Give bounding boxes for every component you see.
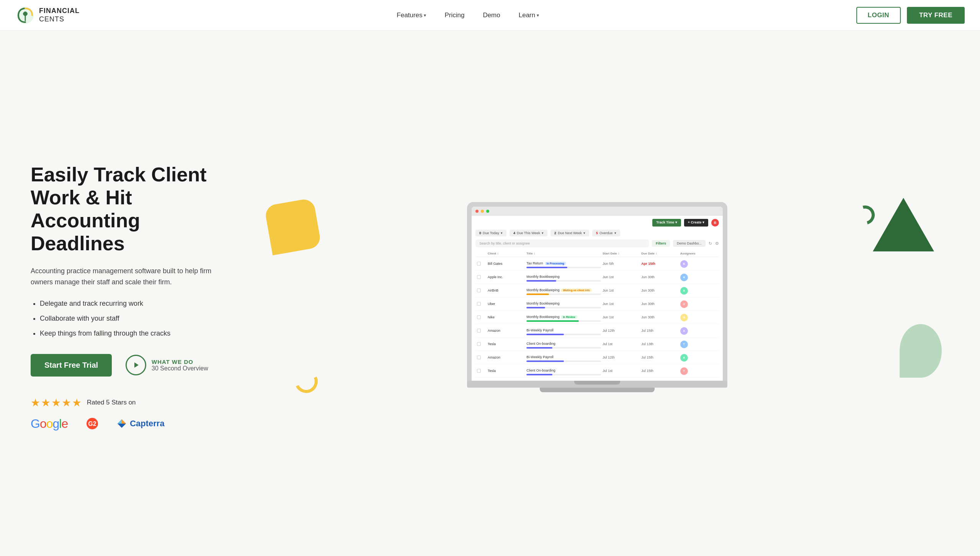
- capterra-icon: [117, 419, 127, 429]
- topbar-dot-green: [486, 210, 489, 213]
- dashboard-button[interactable]: Demo Dashbo...: [673, 240, 706, 247]
- row-due-date: Jul 13th: [641, 342, 678, 346]
- table-row[interactable]: Tesla Client On-boarding Jul 1st Jul 15t…: [475, 364, 719, 378]
- laptop-mockup: Track Time ▾ + Create ▾ B 0 Due Today ▾ …: [467, 202, 727, 392]
- table-row[interactable]: Apple Inc. Monthly Bookkeeping Jun 1st J…: [475, 271, 719, 284]
- laptop-foot: [540, 388, 655, 392]
- star-rating: ★★★★★: [31, 396, 82, 409]
- row-start-date: Jul 12th: [603, 329, 640, 333]
- try-free-button[interactable]: TRY FREE: [907, 7, 965, 24]
- logo-icon: [15, 5, 35, 25]
- create-button[interactable]: + Create ▾: [684, 219, 708, 227]
- deco-yellow-arc: [292, 367, 321, 396]
- bullet-2: Collaborate with your staff: [40, 313, 230, 324]
- row-start-date: Jun 1st: [603, 275, 640, 279]
- stat-due-week: 4 Due This Week ▾: [510, 230, 547, 236]
- table-row[interactable]: Amazon Bi-Weekly Payroll Jul 12th Jul 15…: [475, 324, 719, 338]
- row-checkbox[interactable]: [477, 342, 481, 346]
- login-button[interactable]: LOGIN: [856, 7, 901, 24]
- row-client: Amazon: [488, 329, 525, 333]
- laptop-notch: [574, 381, 620, 385]
- row-checkbox[interactable]: [477, 275, 481, 279]
- navbar: Financial Cents Features ▾ Pricing Demo …: [0, 0, 980, 31]
- play-button[interactable]: [126, 355, 146, 375]
- table-row[interactable]: AirBnB Monthly BookkeepingWaiting on cli…: [475, 284, 719, 297]
- row-checkbox[interactable]: [477, 355, 481, 359]
- table-rows: Bill Gates Tax ReturnIn Processing Jun 5…: [475, 257, 719, 378]
- row-checkbox[interactable]: [477, 262, 481, 266]
- capterra-logo: Capterra: [117, 419, 164, 429]
- row-start-date: Jun 5th: [603, 262, 640, 266]
- user-avatar: B: [711, 219, 719, 227]
- filter-button[interactable]: Filters: [652, 240, 670, 247]
- stats-row: 0 Due Today ▾ 4 Due This Week ▾ 2 Due Ne…: [475, 230, 719, 236]
- svg-marker-6: [118, 419, 122, 424]
- row-client: Uber: [488, 302, 525, 306]
- row-client: Tesla: [488, 369, 525, 373]
- row-title-cell: Tax ReturnIn Processing: [526, 259, 601, 268]
- hero-subtitle: Accounting practice management software …: [31, 266, 230, 288]
- row-checkbox[interactable]: [477, 329, 481, 333]
- row-start-date: Jun 1st: [603, 289, 640, 292]
- settings-icon[interactable]: ⚙: [715, 241, 719, 246]
- table-row[interactable]: Tesla Client On-boarding Jul 1st Jul 13t…: [475, 338, 719, 351]
- row-due-date: Jun 30th: [641, 289, 678, 292]
- row-title-cell: Bi-Weekly Payroll: [526, 353, 601, 362]
- row-start-date: Jun 1st: [603, 302, 640, 306]
- row-due-date: Jun 30th: [641, 302, 678, 306]
- stat-overdue: 5 Overdue ▾: [592, 230, 620, 236]
- row-due-date: Jun 30th: [641, 275, 678, 279]
- chevron-down-icon: ▾: [537, 13, 539, 18]
- logo[interactable]: Financial Cents: [15, 5, 80, 25]
- chevron-down-icon: ▾: [424, 13, 426, 18]
- row-start-date: Jul 12th: [603, 355, 640, 359]
- svg-text:G2: G2: [88, 421, 96, 427]
- row-client: AirBnB: [488, 289, 525, 292]
- row-assignee: U: [680, 300, 717, 308]
- row-assignee: T: [680, 367, 717, 375]
- row-due-date: Jul 15th: [641, 369, 678, 373]
- track-time-button[interactable]: Track Time ▾: [652, 219, 681, 227]
- nav-item-demo[interactable]: Demo: [483, 11, 500, 19]
- nav-links: Features ▾ Pricing Demo Learn ▾: [397, 11, 539, 19]
- row-title-cell: Monthly Bookkeeping: [526, 299, 601, 308]
- google-logo: Google: [31, 417, 68, 431]
- row-due-date: Jun 30th: [641, 315, 678, 319]
- deco-green-light-shape: [900, 324, 942, 378]
- refresh-icon[interactable]: ↻: [709, 241, 712, 246]
- review-logos-row: Google G2 Capterra: [31, 417, 230, 431]
- app-toolbar: Track Time ▾ + Create ▾ B: [475, 219, 719, 227]
- svg-marker-1: [134, 362, 139, 368]
- table-row[interactable]: Nike Monthly BookkeepingIn Review Jun 1s…: [475, 311, 719, 324]
- table-row[interactable]: Uber Monthly Bookkeeping Jun 1st Jun 30t…: [475, 297, 719, 311]
- row-assignee: A: [680, 286, 717, 295]
- video-cta-link[interactable]: WHAT WE DO 30 Second Overview: [126, 355, 208, 375]
- hero-bullets: Delegate and track recurring work Collab…: [31, 298, 230, 339]
- row-assignee: B: [680, 259, 717, 268]
- nav-item-features[interactable]: Features ▾: [397, 11, 426, 19]
- nav-item-learn[interactable]: Learn ▾: [519, 11, 539, 19]
- laptop-base: [467, 381, 727, 388]
- row-title-cell: Client On-boarding: [526, 366, 601, 375]
- row-checkbox[interactable]: [477, 369, 481, 373]
- start-free-trial-button[interactable]: Start Free Trial: [31, 354, 112, 377]
- row-start-date: Jul 1st: [603, 342, 640, 346]
- row-client: Bill Gates: [488, 262, 525, 266]
- hero-title: Easily Track Client Work & Hit Accountin…: [31, 163, 230, 255]
- g2-logo: G2: [86, 417, 98, 430]
- hero-section: Easily Track Client Work & Hit Accountin…: [0, 31, 980, 556]
- table-row[interactable]: Bill Gates Tax ReturnIn Processing Jun 5…: [475, 257, 719, 271]
- row-checkbox[interactable]: [477, 289, 481, 292]
- row-due-date: Apr 15th: [641, 262, 678, 266]
- row-title-cell: Monthly Bookkeeping: [526, 272, 601, 282]
- nav-item-pricing[interactable]: Pricing: [444, 11, 464, 19]
- row-title-cell: Monthly BookkeepingIn Review: [526, 313, 601, 322]
- row-start-date: Jul 1st: [603, 369, 640, 373]
- table-row[interactable]: Amazon Bi-Weekly Payroll Jul 12th Jul 15…: [475, 351, 719, 364]
- app-search-input[interactable]: Search by title, client or assignee: [475, 240, 649, 247]
- row-checkbox[interactable]: [477, 315, 481, 319]
- row-checkbox[interactable]: [477, 302, 481, 306]
- row-assignee: A: [680, 326, 717, 335]
- hero-right: Track Time ▾ + Create ▾ B 0 Due Today ▾ …: [245, 186, 949, 408]
- row-assignee: A: [680, 353, 717, 362]
